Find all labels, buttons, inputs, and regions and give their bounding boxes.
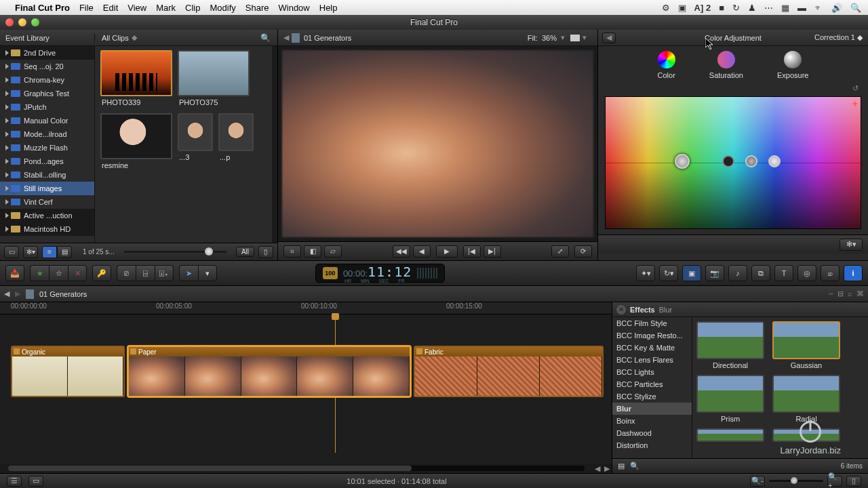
drive-item[interactable]: Active ...uction [0,209,94,222]
fullscreen-button[interactable]: ⤢ [551,245,569,258]
favorite-button[interactable]: ★ [30,265,49,281]
saturation-tab[interactable]: Saturation [709,51,743,79]
effects-category[interactable]: BCC Particles [612,378,692,390]
menu-window[interactable]: Window [279,3,310,13]
timeline-history-back[interactable]: ◀ [4,289,9,298]
timeline-clip[interactable]: Paper [127,346,411,397]
clip-appearance-button[interactable]: ▭ [28,476,43,487]
menubar-volume-icon[interactable]: 🔊 [831,3,842,13]
duration-all-button[interactable]: All [236,247,254,257]
exposure-tab[interactable]: Exposure [777,51,808,79]
app-menu[interactable]: Final Cut Pro [15,3,70,13]
effects-category[interactable]: Blur [612,403,692,415]
timecode-display[interactable]: 100 00:00:11:12 HRMINSECFR [315,264,445,283]
spotlight-icon[interactable]: 🔍 [850,3,861,13]
effects-preset[interactable] [696,428,764,442]
menubar-adobe-icon[interactable]: A] 2 [694,3,711,13]
clip-thumbnail[interactable]: resmine [100,113,172,169]
menu-edit[interactable]: Edit [103,3,118,13]
zoom-dropdown-icon[interactable]: ▾ [561,33,565,42]
timeline-clip[interactable]: Organic [11,346,125,397]
arrow-tool-button[interactable]: ➤ [179,265,198,281]
drive-item[interactable]: Macintosh HD [0,222,94,236]
timeline-index-button[interactable]: ☰ [7,476,22,487]
global-puck[interactable] [675,154,690,169]
effects-list-view-button[interactable]: ▤ [618,462,625,470]
menu-mark[interactable]: Mark [156,3,176,13]
enhance-menu-button[interactable]: ↻▾ [659,265,678,281]
insert-clip-button[interactable]: ⍈ [136,265,155,281]
generators-browser-button[interactable]: ◎ [797,265,816,281]
event-item[interactable]: Seq ...oj. 20 [0,60,94,73]
clip-height-button[interactable]: ▯ [846,476,861,487]
viewer-back-button[interactable]: ◀ [283,33,289,42]
close-effects-button[interactable]: ✕ [616,305,626,314]
viewer-options-dropdown[interactable]: ▾ [583,33,587,42]
event-item[interactable]: Stabil...olling [0,168,94,182]
retime-menu-button[interactable]: ✦▾ [636,265,655,281]
viewer-switch[interactable] [570,35,580,41]
transitions-browser-button[interactable]: ⧉ [751,265,770,281]
menu-view[interactable]: View [127,3,146,13]
menubar-extra-icon[interactable]: ■ [719,3,724,13]
crop-button[interactable]: ◧ [304,245,321,258]
effects-preset[interactable]: Gaussian [772,321,840,369]
effects-category[interactable]: BCC Lens Flares [612,354,692,366]
reject-button[interactable]: ✕ [68,265,87,281]
inspector-button[interactable]: i [844,265,863,281]
connect-clip-button[interactable]: ⎚ [117,265,136,281]
clip-thumbnail[interactable]: ...p [218,113,254,169]
zoom-in-button[interactable]: 🔍+ [827,476,842,487]
effects-category[interactable]: BCC Film Style [612,317,692,329]
play-reverse-button[interactable]: ◀ [413,245,431,258]
prev-frame-button[interactable]: |◀ [463,245,481,258]
menu-clip[interactable]: Clip [185,3,200,13]
menubar-extra-icon[interactable]: ▦ [781,3,789,13]
effects-search-icon[interactable]: 🔍 [630,462,639,470]
menubar-extra-icon[interactable]: ⚙ [662,3,670,13]
music-browser-button[interactable]: ♪ [728,265,747,281]
timeline-scrollbar[interactable]: ◀▶ [0,464,612,473]
effects-preset[interactable]: Prism [696,375,764,423]
transform-button[interactable]: ⌗ [283,245,301,258]
action-menu-button[interactable]: ✻▾ [23,246,38,258]
timeline-tracks[interactable]: Organic Paper Fabric [0,314,612,464]
filmstrip-button[interactable]: ▤ [57,246,72,258]
window-close-button[interactable] [5,18,14,26]
unrate-button[interactable]: ☆ [49,265,68,281]
menubar-battery-icon[interactable]: ▬ [797,3,806,13]
photos-browser-button[interactable]: 📷 [705,265,724,281]
effects-category[interactable]: BCC Lights [612,366,692,378]
event-item[interactable]: Pond...ages [0,155,94,168]
drive-item[interactable]: 2nd Drive [0,46,94,60]
zoom-percent[interactable]: 36% [542,34,557,42]
event-item[interactable]: Graphics Test [0,87,94,100]
window-zoom-button[interactable] [31,18,39,26]
play-button[interactable]: ▶ [436,245,458,258]
snapping-button[interactable]: ⌘ [856,289,864,298]
clip-thumbnail[interactable]: PHOTO375 [178,50,250,106]
audio-skimming-button[interactable]: ⊟ [837,289,844,298]
menu-help[interactable]: Help [319,3,338,13]
event-item[interactable]: Chroma-key [0,73,94,87]
event-item[interactable]: Still images [0,182,94,195]
keyword-button[interactable]: 🔑 [92,265,111,281]
add-puck-icon[interactable]: + [852,98,858,109]
menubar-extra-icon[interactable]: ▣ [678,3,686,13]
themes-browser-button[interactable]: ⎄ [821,265,840,281]
clip-thumbnail[interactable]: ...3 [178,113,213,169]
skimming-button[interactable]: ⎓ [829,289,833,298]
solo-button[interactable]: ⌕ [848,289,852,298]
append-clip-button[interactable]: ⍗▾ [155,265,174,281]
timeline-clip[interactable]: Fabric [414,346,604,397]
thumbnail-size-slider[interactable] [124,251,226,253]
loop-button[interactable]: ⟳ [574,245,592,258]
effects-preset[interactable]: Radial [772,375,840,423]
menu-file[interactable]: File [79,3,94,13]
clip-appearance-button[interactable]: ▯ [258,246,273,258]
inspector-back-button[interactable]: ◀ [602,33,616,43]
event-item[interactable]: Muzzle Flash [0,141,94,155]
filmstrip-view-button[interactable]: ▭ [4,246,19,258]
menubar-wifi-icon[interactable]: ᯤ [814,3,823,13]
event-item[interactable]: Mode...ilroad [0,127,94,141]
